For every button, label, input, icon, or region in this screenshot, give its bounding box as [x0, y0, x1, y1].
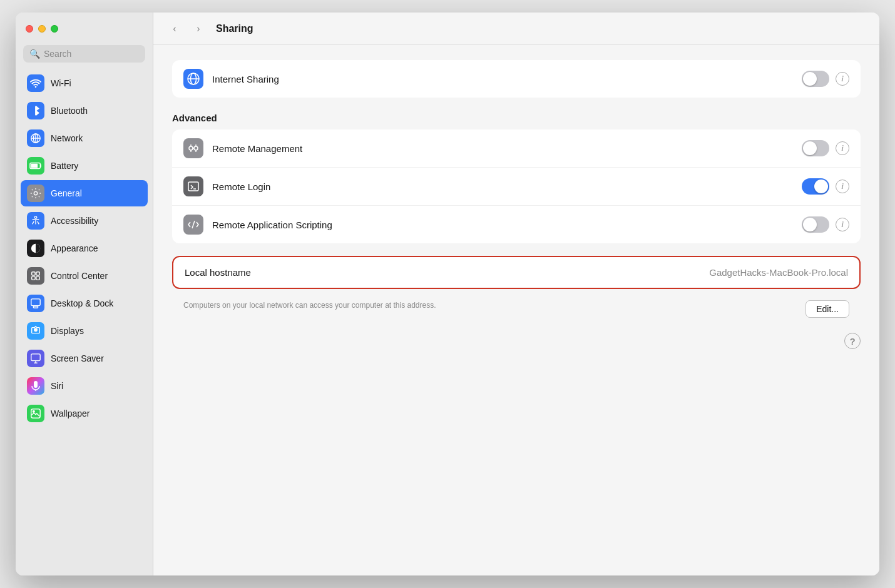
svg-rect-14: [33, 307, 38, 308]
sidebar-list: Wi-Fi Bluetooth: [16, 70, 153, 575]
hostname-description-area: Computers on your local network can acce…: [172, 295, 861, 327]
remote-scripting-toggle-knob: [803, 218, 817, 231]
wallpaper-icon: [27, 405, 44, 422]
sidebar-item-general-label: General: [51, 188, 82, 198]
control-center-icon: [27, 267, 44, 285]
sidebar-item-accessibility[interactable]: Accessibility: [21, 208, 148, 234]
sidebar: 🔍 Search Wi-Fi: [16, 13, 153, 575]
edit-hostname-button[interactable]: Edit...: [806, 300, 849, 318]
remote-management-toggle-knob: [803, 141, 817, 155]
sidebar-item-wallpaper[interactable]: Wallpaper: [21, 400, 148, 427]
back-button[interactable]: ‹: [166, 20, 183, 38]
remote-scripting-info-button[interactable]: i: [836, 218, 849, 231]
sidebar-item-displays[interactable]: Displays: [21, 318, 148, 344]
sidebar-item-network-label: Network: [51, 133, 83, 143]
sidebar-item-wifi-label: Wi-Fi: [51, 78, 71, 88]
sidebar-item-network[interactable]: Network: [21, 125, 148, 151]
close-button[interactable]: [26, 25, 33, 33]
titlebar: [16, 13, 153, 45]
network-icon: [27, 129, 44, 147]
local-hostname-label: Local hostname: [185, 267, 251, 278]
remote-management-row: Remote Management i: [172, 129, 861, 168]
sidebar-item-control-center-label: Control Center: [51, 271, 108, 281]
sidebar-item-appearance-label: Appearance: [51, 243, 98, 253]
svg-rect-10: [36, 272, 39, 275]
remote-scripting-toggle[interactable]: [802, 216, 829, 233]
search-icon: 🔍: [29, 49, 40, 59]
svg-rect-5: [31, 164, 38, 168]
remote-management-label: Remote Management: [212, 143, 793, 154]
svg-point-15: [34, 328, 38, 332]
svg-point-24: [194, 146, 198, 150]
remote-login-toggle-knob: [814, 180, 828, 193]
remote-scripting-icon: [183, 215, 203, 235]
remote-login-info-button[interactable]: i: [836, 180, 849, 193]
search-placeholder: Search: [44, 49, 71, 59]
main-header: ‹ › Sharing: [153, 13, 879, 45]
remote-scripting-label: Remote Application Scripting: [212, 220, 793, 230]
internet-sharing-label: Internet Sharing: [212, 74, 793, 84]
advanced-card: Remote Management i: [172, 129, 861, 243]
hostname-description-text: Computers on your local network can acce…: [183, 300, 436, 311]
forward-button[interactable]: ›: [190, 20, 207, 38]
internet-sharing-info-button[interactable]: i: [836, 72, 849, 86]
remote-management-toggle[interactable]: [802, 140, 829, 156]
maximize-button[interactable]: [51, 25, 58, 33]
page-title: Sharing: [216, 23, 253, 34]
remote-management-controls: i: [802, 140, 849, 156]
help-area: ?: [172, 327, 861, 355]
desktop-dock-icon: [27, 295, 44, 312]
general-icon: [27, 185, 44, 202]
minimize-button[interactable]: [38, 25, 46, 33]
svg-point-23: [189, 146, 193, 150]
remote-login-row: Remote Login i: [172, 168, 861, 206]
svg-rect-11: [32, 276, 35, 280]
content-area: Internet Sharing i Advanced: [153, 45, 879, 575]
accessibility-icon: [27, 212, 44, 230]
main-content: ‹ › Sharing Internet Sharing: [153, 13, 879, 575]
sidebar-item-battery[interactable]: Battery: [21, 153, 148, 179]
screen-saver-icon: [27, 350, 44, 367]
local-hostname-card: Local hostname GadgetHacks-MacBook-Pro.l…: [172, 256, 861, 289]
system-preferences-window: 🔍 Search Wi-Fi: [16, 13, 879, 575]
remote-login-toggle[interactable]: [802, 178, 829, 195]
sidebar-item-siri-label: Siri: [51, 381, 63, 391]
remote-login-label: Remote Login: [212, 181, 793, 192]
sidebar-item-displays-label: Displays: [51, 326, 84, 336]
sidebar-item-screen-saver-label: Screen Saver: [51, 353, 104, 363]
internet-sharing-row: Internet Sharing i: [172, 60, 861, 98]
sidebar-item-desktop-dock-label: Desktop & Dock: [51, 298, 113, 308]
advanced-heading: Advanced: [172, 113, 861, 123]
local-hostname-row: Local hostname GadgetHacks-MacBook-Pro.l…: [173, 257, 859, 288]
sidebar-item-wallpaper-label: Wallpaper: [51, 408, 90, 418]
svg-rect-13: [31, 299, 40, 306]
sidebar-item-battery-label: Battery: [51, 161, 78, 171]
battery-icon: [27, 157, 44, 175]
sidebar-item-general[interactable]: General: [21, 180, 148, 206]
internet-sharing-toggle[interactable]: [802, 71, 829, 87]
displays-icon: [27, 322, 44, 340]
sidebar-item-wifi[interactable]: Wi-Fi: [21, 70, 148, 96]
sidebar-item-siri[interactable]: Siri: [21, 373, 148, 399]
svg-rect-18: [31, 409, 40, 418]
internet-sharing-card: Internet Sharing i: [172, 60, 861, 98]
appearance-icon: [27, 240, 44, 257]
sidebar-item-accessibility-label: Accessibility: [51, 216, 98, 226]
svg-rect-25: [188, 182, 198, 191]
search-bar[interactable]: 🔍 Search: [23, 45, 145, 63]
svg-point-6: [34, 191, 37, 195]
internet-sharing-icon: [183, 69, 203, 89]
svg-point-19: [33, 411, 35, 413]
sidebar-item-bluetooth-label: Bluetooth: [51, 106, 88, 116]
remote-scripting-controls: i: [802, 216, 849, 233]
sidebar-item-bluetooth[interactable]: Bluetooth: [21, 98, 148, 124]
sidebar-item-control-center[interactable]: Control Center: [21, 263, 148, 289]
sidebar-item-appearance[interactable]: Appearance: [21, 235, 148, 261]
svg-rect-16: [31, 354, 40, 361]
sidebar-item-screen-saver[interactable]: Screen Saver: [21, 345, 148, 372]
svg-rect-9: [32, 272, 35, 275]
help-button[interactable]: ?: [844, 333, 861, 349]
wifi-icon: [27, 74, 44, 92]
remote-management-info-button[interactable]: i: [836, 141, 849, 155]
sidebar-item-desktop-dock[interactable]: Desktop & Dock: [21, 290, 148, 317]
